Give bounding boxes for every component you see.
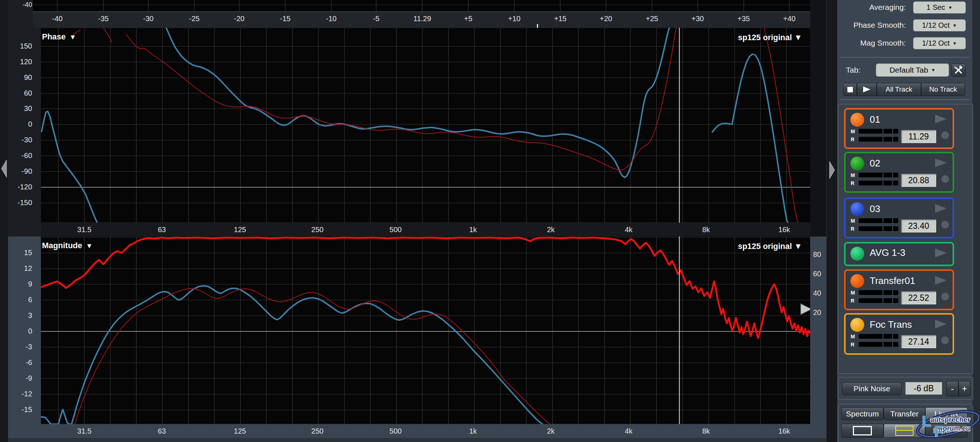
- phase-y-tick-label: 0: [11, 120, 32, 128]
- phase-freq-label: 63: [158, 226, 166, 234]
- wrench-hammer-icon: [954, 66, 963, 74]
- magnitude-title-dropdown-icon[interactable]: ▼: [86, 242, 93, 250]
- measurement-ball[interactable]: [850, 274, 864, 288]
- left-collapse-strip[interactable]: [0, 0, 8, 442]
- collapse-right-icon[interactable]: [829, 161, 835, 179]
- ruler-tick-label: -40: [52, 14, 63, 23]
- tab-transfer[interactable]: Transfer: [884, 407, 925, 420]
- phase-freq-label: 8k: [702, 226, 710, 234]
- phase-title-text: Phase: [42, 32, 66, 41]
- measurement-dot[interactable]: [941, 221, 949, 228]
- tab-spectrum[interactable]: Spectrum: [841, 407, 884, 420]
- measurement-ball[interactable]: [850, 318, 864, 332]
- level-plus-button[interactable]: +: [958, 381, 970, 396]
- tab-settings-button[interactable]: [951, 63, 966, 77]
- view-split-pane-button[interactable]: [884, 424, 925, 437]
- chevron-down-icon: ▼: [948, 5, 953, 10]
- generator-panel: Pink Noise -6 dB - +: [838, 377, 973, 400]
- generator-level-marker-icon[interactable]: [801, 304, 810, 315]
- measurement-ball[interactable]: [850, 157, 864, 170]
- meter-r: [859, 342, 898, 347]
- phase-trace-label[interactable]: sp125 original ▼: [738, 33, 802, 42]
- magnitude-freq-label: 125: [234, 427, 246, 436]
- trace-sp125-blue-magnitude: [41, 286, 542, 424]
- measurement-value[interactable]: 23.40: [901, 219, 936, 233]
- measurement-row-02[interactable]: 02MR20.88: [844, 152, 954, 193]
- level-minus-button[interactable]: -: [947, 381, 958, 396]
- trace-sp125-blue-main: [166, 28, 670, 177]
- phase-title-dropdown-icon[interactable]: ▼: [69, 33, 76, 41]
- measurement-value[interactable]: 20.88: [901, 174, 936, 187]
- magnitude-plot[interactable]: [41, 236, 810, 424]
- magnitude-trace-label[interactable]: sp125 original ▼: [738, 242, 802, 251]
- phase-freq-label: 31.5: [78, 226, 92, 234]
- magnitude-y-tick-label: -6: [11, 358, 32, 367]
- impulse-overview-plot[interactable]: [33, 0, 810, 12]
- control-select-0[interactable]: 1 Sec▼: [913, 2, 966, 14]
- magnitude-frequency-axis: [41, 424, 810, 438]
- magnitude-trace-dropdown-icon[interactable]: ▼: [794, 242, 802, 251]
- tab-impulse[interactable]: Impulse: [925, 424, 967, 437]
- measurement-row-foctrans[interactable]: Foc TransMR27.14: [844, 313, 954, 355]
- meter-r: [859, 181, 898, 185]
- magnitude-right-tick-label: 80: [813, 250, 821, 259]
- ruler-tick-label: +25: [646, 14, 658, 23]
- sidebar-right-edge: [972, 0, 980, 442]
- play-button[interactable]: [857, 83, 877, 96]
- phase-y-tick-label: 60: [11, 89, 32, 97]
- ruler-tick-label: -15: [280, 14, 291, 23]
- measurement-row-03[interactable]: 03MR23.40: [844, 198, 954, 238]
- phase-trace-dropdown-icon[interactable]: ▼: [794, 33, 802, 42]
- magnitude-y-tick-label: -12: [11, 390, 32, 398]
- measurement-ball[interactable]: [850, 247, 864, 261]
- magnitude-panel-title[interactable]: Magnitude▼: [42, 241, 93, 250]
- measurement-row-01[interactable]: 01MR11.29: [844, 108, 954, 149]
- measurement-row-transfer01[interactable]: Transfer01MR22.52: [844, 269, 954, 310]
- tab-select-value: Default Tab: [889, 66, 928, 74]
- meter-m: [859, 334, 898, 339]
- phase-panel-title[interactable]: Phase▼: [42, 32, 76, 41]
- phase-freq-label: 500: [389, 226, 401, 234]
- all-track-button[interactable]: All Track: [877, 83, 921, 96]
- measurement-dot[interactable]: [941, 293, 949, 300]
- single-pane-icon: [853, 426, 872, 436]
- stop-button[interactable]: [843, 83, 857, 96]
- meter-r: [859, 298, 898, 303]
- chevron-down-icon: ▼: [953, 23, 957, 28]
- tab-live-ir[interactable]: Live IR: [925, 407, 967, 420]
- measurement-play-icon[interactable]: [934, 158, 948, 168]
- trace-sp125-blue-high-freq: [732, 54, 788, 223]
- pink-noise-button[interactable]: Pink Noise: [842, 382, 902, 395]
- control-select-2[interactable]: 1/12 Oct▼: [913, 37, 966, 49]
- phase-frequency-axis: [41, 223, 810, 236]
- play-icon: [863, 86, 871, 93]
- split-pane-icon: [895, 426, 913, 436]
- measurement-play-icon[interactable]: [934, 114, 948, 124]
- no-track-button[interactable]: No Track: [921, 83, 965, 96]
- measurement-ball[interactable]: [850, 113, 864, 127]
- meter-r: [859, 226, 898, 231]
- measurement-dot[interactable]: [941, 175, 949, 183]
- measurement-play-icon[interactable]: [934, 248, 948, 258]
- measurement-ball[interactable]: [850, 202, 864, 216]
- phase-y-tick-label: 30: [11, 105, 32, 113]
- measurement-play-icon[interactable]: [934, 319, 948, 329]
- measurement-row-avg13[interactable]: AVG 1-3: [844, 242, 954, 266]
- right-collapse-strip[interactable]: [826, 0, 838, 442]
- measurement-dot[interactable]: [941, 131, 949, 139]
- collapse-left-icon[interactable]: [1, 159, 7, 178]
- measurement-play-icon[interactable]: [934, 275, 948, 285]
- magnitude-freq-label: 4k: [625, 427, 632, 436]
- measurement-value[interactable]: 11.29: [901, 130, 936, 143]
- control-select-1[interactable]: 1/12 Oct▼: [913, 19, 966, 32]
- control-label: Phase Smooth:: [853, 21, 906, 30]
- view-single-pane-button[interactable]: [841, 424, 884, 437]
- measurement-dot[interactable]: [941, 336, 949, 344]
- meter-m: [859, 290, 898, 295]
- phase-plot[interactable]: [41, 28, 810, 223]
- measurement-value[interactable]: 22.52: [901, 291, 936, 304]
- measurement-value[interactable]: 27.14: [901, 335, 936, 348]
- trace-reference-red-main: [126, 28, 676, 170]
- tab-select[interactable]: Default Tab ▼: [876, 63, 949, 77]
- measurement-play-icon[interactable]: [934, 203, 948, 214]
